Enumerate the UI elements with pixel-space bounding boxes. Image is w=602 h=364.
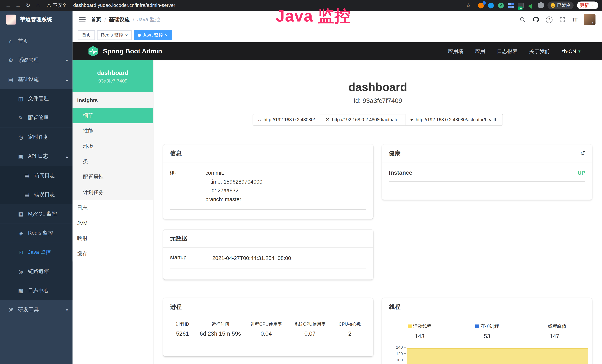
sba-item-metrics[interactable]: 性能 xyxy=(73,123,153,139)
sba-locale-select[interactable]: zh-CN ▾ xyxy=(561,48,580,54)
process-table: 进程ID 运行时间 进程CPU使用率 系统CPU使用率 CPU核心数 5261 … xyxy=(169,319,368,342)
extension-tampermonkey-icon[interactable]: on xyxy=(517,2,524,9)
app-logo[interactable]: 芋道管理系统 xyxy=(0,11,73,28)
sidebar-item-system-mgmt[interactable]: ⚙ 系统管理 ▾ xyxy=(0,51,73,70)
cpu-cores: 2 xyxy=(332,328,368,342)
extension-vue-icon[interactable]: V xyxy=(498,2,504,9)
legend-label: 线程峰值 xyxy=(548,323,566,330)
search-icon[interactable] xyxy=(519,16,526,23)
sba-item-classes[interactable]: 类 xyxy=(73,154,153,169)
sba-nav-journal[interactable]: 日志报表 xyxy=(497,48,518,55)
edit-icon: ✎ xyxy=(17,115,24,121)
sba-brand-title[interactable]: Spring Boot Admin xyxy=(103,47,162,55)
close-icon[interactable]: × xyxy=(165,33,168,37)
browser-forward-icon[interactable]: → xyxy=(14,1,22,10)
sba-item-details[interactable]: 细节 xyxy=(73,108,153,123)
sidebar-item-label: 文件管理 xyxy=(28,95,49,102)
sidebar-item-tracing[interactable]: ◎ 链路追踪 xyxy=(0,262,73,281)
user-menu[interactable]: ▾ xyxy=(584,14,594,25)
sidebar-item-dev-tools[interactable]: ⚒ 研发工具 ▾ xyxy=(0,300,73,320)
github-icon[interactable] xyxy=(533,16,539,23)
browser-actions: ☆ 1 V on xyxy=(464,1,598,10)
chevron-up-icon: ▴ xyxy=(66,77,68,82)
sidebar-item-redis-monitor[interactable]: ◈ Redis 监控 xyxy=(0,224,73,243)
wrench-icon: ⚒ xyxy=(325,117,329,123)
font-size-icon[interactable]: tT xyxy=(572,17,578,23)
log-center-icon: ▧ xyxy=(17,288,24,294)
sba-item-environment[interactable]: 环境 xyxy=(73,139,153,154)
sidebar-item-access-logs[interactable]: ▤ 访问日志 xyxy=(0,166,73,185)
chart-plot-area xyxy=(407,344,590,364)
sidebar-item-api-logs[interactable]: ▣ API 日志 ▴ xyxy=(0,147,73,166)
extension-orange-icon[interactable]: 1 xyxy=(478,2,484,9)
sba-nav-applications[interactable]: 应用 xyxy=(475,48,485,55)
link-actuator-url[interactable]: ⚒ http://192.168.0.2:48080/actuator xyxy=(320,114,405,126)
browser-menu-icon[interactable]: ⋮ xyxy=(591,3,595,8)
sidebar-item-error-logs[interactable]: ▤ 错误日志 xyxy=(0,185,73,204)
sba-item-scheduled-tasks[interactable]: 计划任务 xyxy=(73,185,153,200)
process-pid: 5261 xyxy=(169,328,196,342)
sba-nav-wallboard[interactable]: 应用墙 xyxy=(448,48,463,55)
startup-row: startup 2021-04-27T00:44:31.254+08:00 xyxy=(170,254,366,268)
sidebar-item-infrastructure[interactable]: ▤ 基础设施 ▴ xyxy=(0,70,73,89)
sba-item-mappings[interactable]: 映射 xyxy=(73,231,153,246)
sba-item-log[interactable]: 日志 xyxy=(73,200,153,215)
metadata-card-header: 元数据 xyxy=(163,230,373,247)
sba-nav-about[interactable]: 关于我们 xyxy=(529,48,550,55)
breadcrumb-infrastructure[interactable]: 基础设施 xyxy=(109,16,130,23)
process-value-row: 5261 6d 23h 15m 59s 0.04 0.07 2 xyxy=(169,328,368,342)
git-commit-line: commit: xyxy=(205,169,366,177)
sba-item-caches[interactable]: 缓存 xyxy=(73,246,153,261)
sync-paused-chip[interactable]: 已暂停 xyxy=(548,1,573,9)
sidebar-item-home[interactable]: ⌂ 首页 xyxy=(0,32,73,51)
gear-icon: ⚙ xyxy=(7,57,14,64)
extension-vue-bubble: V xyxy=(498,2,504,8)
tab-java-monitor[interactable]: Java 监控 × xyxy=(134,30,172,40)
sba-app-block[interactable]: dashboard 93a3fc7f7409 xyxy=(73,60,153,92)
bookmark-star-icon[interactable]: ☆ xyxy=(464,1,473,10)
browser-home-icon[interactable]: ⌂ xyxy=(34,1,42,10)
git-id-line: id: 27aa832 xyxy=(205,186,366,195)
browser-back-icon[interactable]: ← xyxy=(4,1,12,10)
sidebar-item-file-mgmt[interactable]: ◫ 文件管理 xyxy=(0,89,73,108)
y-tick-label: 140 xyxy=(396,345,403,350)
sba-item-configprops[interactable]: 配置属性 xyxy=(73,169,153,185)
caret-down-icon: ▾ xyxy=(592,21,593,25)
column-header: 进程ID xyxy=(169,319,196,328)
sidebar-item-scheduled-jobs[interactable]: ◷ 定时任务 xyxy=(0,128,73,147)
status-badge: UP xyxy=(578,170,585,176)
tab-redis-monitor[interactable]: Redis 监控 × xyxy=(97,30,132,40)
sba-item-jvm[interactable]: JVM xyxy=(73,215,153,231)
tab-home[interactable]: 首页 xyxy=(78,30,95,40)
legend-value: 147 xyxy=(521,333,588,339)
card-title: 信息 xyxy=(170,150,182,157)
column-header: CPU核心数 xyxy=(332,319,368,328)
sidebar-item-config-mgmt[interactable]: ✎ 配置管理 xyxy=(0,108,73,128)
close-icon[interactable]: × xyxy=(125,33,128,37)
hamburger-icon[interactable] xyxy=(79,17,86,22)
site-security-chip[interactable]: ⚠ 不安全 xyxy=(47,2,67,9)
extension-leaf-icon[interactable] xyxy=(527,2,534,9)
instance-health-row[interactable]: Instance UP xyxy=(389,169,585,182)
browser-reload-icon[interactable]: ↻ xyxy=(24,1,32,10)
extension-blue-icon[interactable] xyxy=(488,2,494,9)
help-icon[interactable]: ? xyxy=(546,16,552,23)
link-base-url[interactable]: ⌂ http://192.168.0.2:48080/ xyxy=(253,114,320,126)
breadcrumb-current: Java 监控 xyxy=(137,16,160,23)
sidebar-item-mysql-monitor[interactable]: ▦ MySQL 监控 xyxy=(0,204,73,224)
sidebar-item-label: 链路追踪 xyxy=(28,268,49,275)
link-health-url[interactable]: ♥ http://192.168.0.2:48080/actuator/heal… xyxy=(405,114,503,126)
legend-label: 守护进程 xyxy=(481,323,499,330)
extension-grid-icon[interactable] xyxy=(508,2,514,9)
extensions-puzzle-icon[interactable] xyxy=(538,2,544,9)
browser-update-button[interactable]: 更新 ⋮ xyxy=(577,1,598,9)
fullscreen-icon[interactable] xyxy=(559,16,566,23)
breadcrumb-home[interactable]: 首页 xyxy=(91,16,101,23)
address-bar[interactable]: dashboard.yudao.iocoder.cn/infra/admin-s… xyxy=(73,3,175,8)
legend-swatch-blue xyxy=(475,324,479,328)
history-icon[interactable]: ↺ xyxy=(580,150,585,157)
sidebar-item-java-monitor[interactable]: ⊡ Java 监控 xyxy=(0,243,73,262)
sidebar-item-log-center[interactable]: ▧ 日志中心 xyxy=(0,281,73,300)
home-icon: ⌂ xyxy=(7,38,14,44)
admin-menu: ⌂ 首页 ⚙ 系统管理 ▾ ▤ 基础设施 ▴ ◫ 文件管理 ✎ 配置管理 xyxy=(0,28,73,320)
